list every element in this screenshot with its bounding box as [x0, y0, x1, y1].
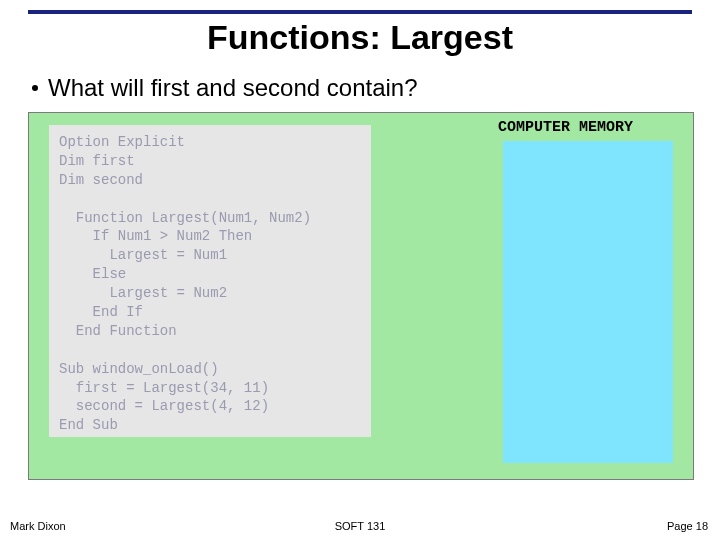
bullet-item: What will first and second contain?	[32, 74, 418, 102]
memory-panel	[503, 141, 673, 463]
slide-title: Functions: Largest	[0, 18, 720, 57]
header-rule	[28, 10, 692, 14]
bullet-text: What will first and second contain?	[48, 74, 418, 102]
memory-label: COMPUTER MEMORY	[498, 119, 633, 136]
footer-page: Page 18	[667, 520, 708, 532]
bullet-dot-icon	[32, 85, 38, 91]
code-listing: Option Explicit Dim first Dim second Fun…	[49, 125, 371, 437]
footer-course: SOFT 131	[0, 520, 720, 532]
diagram-panel: Option Explicit Dim first Dim second Fun…	[28, 112, 694, 480]
